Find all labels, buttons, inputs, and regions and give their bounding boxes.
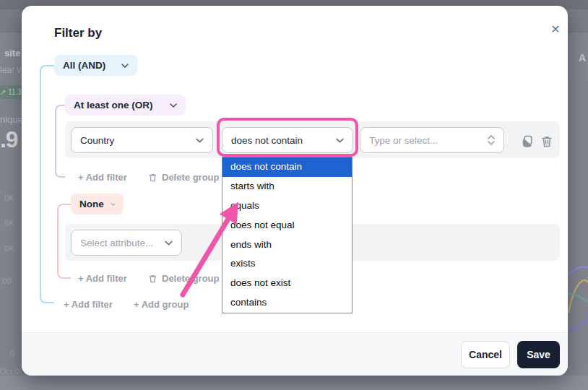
value-combobox[interactable]: Type or select... (360, 127, 504, 153)
menu-item[interactable]: contains (222, 293, 352, 313)
chevron-down-icon (165, 240, 173, 246)
trash-icon (148, 274, 157, 284)
add-filter-button[interactable]: + Add filter (78, 273, 127, 284)
chevron-down-icon (170, 103, 177, 108)
attribute-select[interactable]: Country (71, 127, 213, 153)
modal-title: Filter by (54, 26, 102, 40)
group-operator-chip-and[interactable]: All (AND) (54, 55, 137, 76)
backdrop-metric-label-fragment: nique (0, 114, 23, 125)
menu-item[interactable]: does not contain (222, 157, 352, 177)
updown-chevron-icon (488, 135, 495, 145)
backdrop-trend-badge: ↗ 11.3 (0, 85, 22, 99)
add-filter-button[interactable]: + Add filter (78, 172, 127, 183)
chevron-down-icon (336, 138, 344, 143)
group-operator-label: None (79, 199, 104, 209)
delete-group-label: Delete group (162, 273, 219, 284)
delete-group-button[interactable]: Delete group (148, 273, 219, 284)
operator-select[interactable]: does not contain (222, 127, 353, 153)
backdrop-y-tick: 00 (2, 277, 12, 285)
chevron-down-icon (111, 202, 115, 207)
group-operator-label: At least one (OR) (74, 100, 153, 110)
backdrop-subtitle-fragment: lear v (0, 65, 21, 75)
add-filter-label: + Add filter (64, 299, 113, 310)
trash-icon[interactable] (540, 135, 553, 148)
modal-footer: Cancel Save (22, 332, 568, 376)
cancel-button[interactable]: Cancel (461, 341, 510, 368)
chevron-down-icon (121, 64, 129, 68)
add-filter-button[interactable]: + Add filter (64, 299, 113, 310)
add-filter-label: + Add filter (78, 172, 127, 183)
backdrop-chart-curves (567, 256, 588, 347)
delete-group-button[interactable]: Delete group (148, 172, 219, 183)
backdrop-y-tick: 0 (10, 349, 14, 358)
backdrop-metric-value-fragment: ..9 (0, 126, 18, 153)
backdrop-y-tick: 5K (4, 219, 14, 228)
copy-icon[interactable] (522, 135, 535, 148)
backdrop-card-title-fragment: site (4, 48, 20, 58)
backdrop-x-tick: Oct 0 (0, 367, 19, 376)
backdrop-y-tick: 0K (4, 244, 14, 253)
close-icon[interactable]: ✕ (546, 20, 565, 39)
connector-and-group (40, 65, 54, 303)
backdrop-y-tick: 0K (4, 194, 14, 202)
value-combobox-placeholder: Type or select... (369, 135, 438, 146)
menu-item[interactable]: equals (222, 196, 352, 216)
attribute-select-placeholder: Select attribute... (80, 238, 153, 248)
connector-or-group (55, 105, 65, 178)
menu-item[interactable]: does not equal (222, 216, 352, 235)
chevron-down-icon (196, 138, 204, 143)
add-filter-label: + Add filter (78, 273, 127, 284)
backdrop-bottombar (0, 376, 588, 390)
add-group-button[interactable]: + Add group (134, 299, 189, 310)
filter-by-modal: Filter by ✕ All (AND) At least one (OR) … (22, 6, 568, 376)
screen: site lear v ↗ 11.3 nique ..9 0K 5K 0K 00… (0, 0, 588, 390)
group-operator-chip-or[interactable]: At least one (OR) (65, 95, 186, 116)
group-operator-chip-none[interactable]: None (71, 194, 124, 214)
menu-item[interactable]: does not exist (222, 274, 352, 293)
attribute-select[interactable]: Select attribute... (71, 230, 182, 256)
group-operator-label: All (AND) (63, 60, 105, 71)
delete-group-label: Delete group (162, 172, 219, 183)
operator-select-value: does not contain (231, 135, 303, 146)
menu-item[interactable]: starts with (222, 177, 352, 196)
backdrop-column-header-fragment: A (579, 52, 586, 64)
menu-item[interactable]: ends with (222, 235, 352, 255)
trash-icon (148, 173, 157, 183)
menu-item[interactable]: exists (222, 254, 352, 274)
add-group-label: + Add group (134, 299, 189, 310)
attribute-select-value: Country (80, 135, 114, 146)
save-button[interactable]: Save (517, 341, 560, 368)
operator-dropdown-menu: does not contain starts with equals does… (222, 157, 353, 313)
